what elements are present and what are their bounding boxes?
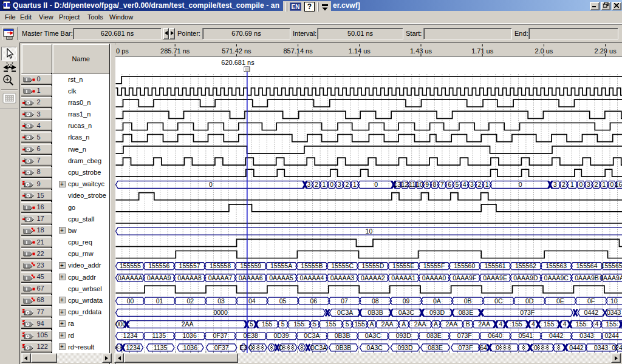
svg-text:0AAAA5: 0AAAA5 bbox=[269, 274, 293, 281]
svg-text:0: 0 bbox=[208, 181, 212, 188]
svg-text:B: B bbox=[465, 320, 470, 328]
svg-text:0AAAA8: 0AAAA8 bbox=[177, 274, 202, 281]
svg-text:0AAAAA: 0AAAAA bbox=[117, 274, 142, 281]
svg-text:0B3B: 0B3B bbox=[334, 332, 350, 339]
svg-text:1036: 1036 bbox=[182, 332, 197, 339]
svg-text:0640: 0640 bbox=[488, 332, 502, 339]
svg-text:155559: 155559 bbox=[240, 262, 261, 269]
svg-text:1: 1 bbox=[602, 181, 606, 188]
svg-text:7: 7 bbox=[440, 181, 443, 188]
svg-text:155561: 155561 bbox=[484, 262, 505, 269]
svg-text:07: 07 bbox=[341, 297, 348, 304]
svg-text:06: 06 bbox=[310, 297, 317, 304]
svg-text:155: 155 bbox=[325, 320, 336, 328]
svg-text:0AAAA9: 0AAAA9 bbox=[146, 274, 171, 281]
svg-text:0: 0 bbox=[579, 181, 583, 188]
svg-text:0AAA9B: 0AAA9B bbox=[575, 274, 599, 281]
svg-text:0A: 0A bbox=[432, 297, 440, 304]
svg-text:0: 0 bbox=[279, 343, 282, 351]
svg-text:3: 3 bbox=[470, 181, 474, 188]
svg-text:0AAA9A: 0AAA9A bbox=[600, 274, 622, 281]
svg-text:155555: 155555 bbox=[119, 262, 140, 269]
svg-text:2: 2 bbox=[562, 181, 566, 188]
svg-text:073F: 073F bbox=[520, 309, 535, 316]
svg-text:093D: 093D bbox=[397, 343, 413, 351]
svg-text:0B3B: 0B3B bbox=[335, 343, 351, 351]
svg-text:155: 155 bbox=[575, 320, 586, 328]
svg-text:2AA: 2AA bbox=[478, 320, 490, 328]
svg-text:0: 0 bbox=[533, 343, 537, 351]
svg-text:0AAAA7: 0AAAA7 bbox=[208, 274, 232, 281]
svg-text:2: 2 bbox=[314, 181, 318, 188]
svg-text:3: 3 bbox=[587, 181, 590, 188]
svg-text:3: 3 bbox=[307, 181, 310, 188]
svg-text:1.43 us: 1.43 us bbox=[409, 47, 432, 54]
svg-text:2AA: 2AA bbox=[445, 320, 457, 328]
svg-text:2AA: 2AA bbox=[414, 320, 426, 328]
svg-text:3: 3 bbox=[337, 181, 341, 188]
svg-text:0E: 0E bbox=[556, 297, 564, 304]
svg-text:083E: 083E bbox=[428, 343, 443, 351]
svg-text:15555B: 15555B bbox=[301, 262, 323, 269]
svg-text:0000: 0000 bbox=[213, 309, 228, 316]
svg-text:15555A: 15555A bbox=[270, 262, 292, 269]
svg-text:05: 05 bbox=[279, 297, 286, 304]
svg-text:1234: 1234 bbox=[126, 343, 140, 351]
svg-text:0244: 0244 bbox=[604, 332, 619, 339]
svg-text:1135: 1135 bbox=[153, 343, 167, 351]
svg-text:16: 16 bbox=[615, 181, 622, 188]
svg-text:10: 10 bbox=[610, 297, 617, 304]
svg-text:9: 9 bbox=[425, 181, 429, 188]
svg-text:12: 12 bbox=[401, 181, 408, 188]
svg-text:0343: 0343 bbox=[606, 309, 621, 316]
svg-text:0AAA9D: 0AAA9D bbox=[513, 274, 538, 281]
svg-text:857.14 ns: 857.14 ns bbox=[283, 47, 313, 54]
svg-text:1036: 1036 bbox=[183, 343, 197, 351]
svg-text:64: 64 bbox=[480, 343, 487, 351]
svg-text:0C3A: 0C3A bbox=[304, 332, 320, 339]
svg-text:1: 1 bbox=[570, 181, 574, 188]
svg-text:0F37: 0F37 bbox=[213, 332, 227, 339]
svg-text:A: A bbox=[433, 320, 437, 328]
svg-text:0F37: 0F37 bbox=[214, 343, 228, 351]
svg-text:04: 04 bbox=[248, 297, 255, 304]
svg-text:4: 4 bbox=[499, 320, 502, 328]
svg-text:15555D: 15555D bbox=[361, 262, 384, 269]
svg-text:155: 155 bbox=[293, 320, 304, 328]
svg-text:10: 10 bbox=[365, 227, 372, 234]
svg-text:093D: 093D bbox=[429, 309, 445, 316]
svg-text:1135: 1135 bbox=[152, 332, 166, 339]
svg-text:08: 08 bbox=[371, 297, 378, 304]
svg-text:155564: 155564 bbox=[576, 262, 597, 269]
svg-text:0B: 0B bbox=[463, 297, 471, 304]
svg-text:0AAA9E: 0AAA9E bbox=[483, 274, 507, 281]
svg-text:2: 2 bbox=[477, 181, 481, 188]
svg-text:155562: 155562 bbox=[514, 262, 536, 269]
svg-text:155556: 155556 bbox=[148, 262, 169, 269]
svg-text:083E: 083E bbox=[426, 332, 442, 339]
svg-text:285.71 ns: 285.71 ns bbox=[160, 47, 190, 54]
svg-text:155: 155 bbox=[511, 320, 522, 328]
svg-text:10: 10 bbox=[416, 181, 423, 188]
svg-text:4: 4 bbox=[595, 320, 598, 328]
svg-text:0442: 0442 bbox=[569, 343, 584, 351]
svg-text:155: 155 bbox=[544, 320, 555, 328]
svg-text:13: 13 bbox=[394, 181, 401, 188]
svg-text:0A3C: 0A3C bbox=[398, 309, 414, 316]
svg-text:00: 00 bbox=[126, 297, 134, 304]
svg-text:09: 09 bbox=[402, 297, 409, 304]
svg-text:155: 155 bbox=[354, 320, 365, 328]
svg-text:03: 03 bbox=[217, 297, 225, 304]
svg-text:0: 0 bbox=[249, 343, 253, 351]
svg-text:0B3B: 0B3B bbox=[367, 309, 383, 316]
svg-text:155: 155 bbox=[261, 320, 272, 328]
svg-text:1234: 1234 bbox=[123, 332, 137, 339]
svg-text:0D39: 0D39 bbox=[273, 332, 289, 339]
svg-text:15555C: 15555C bbox=[331, 262, 354, 269]
svg-text:0AAAA0: 0AAAA0 bbox=[422, 274, 446, 281]
svg-text:0C: 0C bbox=[494, 297, 503, 304]
svg-text:2AA: 2AA bbox=[181, 320, 193, 328]
svg-text:0244: 0244 bbox=[612, 343, 622, 351]
svg-text:0442: 0442 bbox=[584, 309, 598, 316]
svg-text:5: 5 bbox=[455, 181, 459, 188]
